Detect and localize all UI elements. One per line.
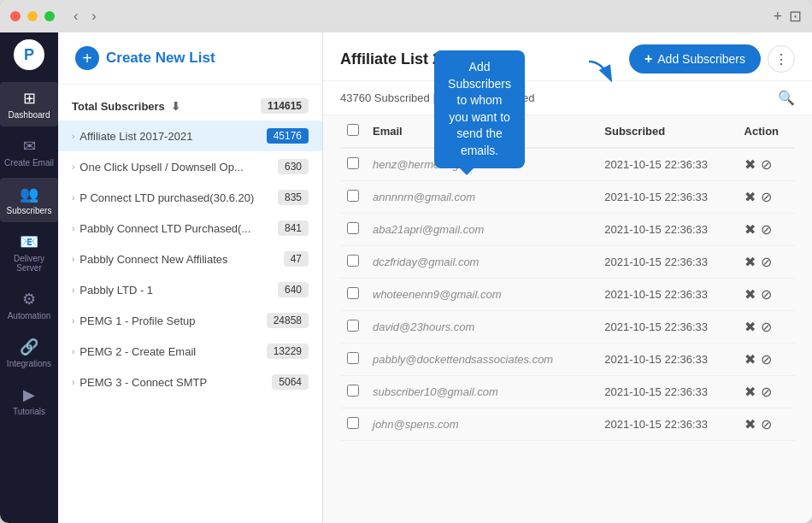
block-icon[interactable]: ⊘ xyxy=(761,384,772,400)
list-item-name: Pabbly Connect LTD Purchased(... xyxy=(79,222,250,235)
list-item[interactable]: › Pabbly LTD - 1 640 xyxy=(58,274,322,305)
list-item[interactable]: › Pabbly Connect LTD Purchased(... 841 xyxy=(58,213,322,244)
block-icon[interactable]: ⊘ xyxy=(761,416,772,432)
maximize-button[interactable] xyxy=(44,11,55,21)
list-item[interactable]: › P Connect LTD purchased(30.6.20) 835 xyxy=(58,182,322,213)
close-button[interactable] xyxy=(10,11,21,21)
stats-row: 43760 Subscribed | 1416 Unsubscribed 🔍 xyxy=(323,81,812,115)
email-cell: aba21apri@gmail.com xyxy=(366,214,597,246)
list-item[interactable]: › Affiliate List 2017-2021 45176 xyxy=(58,120,322,151)
delete-icon[interactable]: ✖ xyxy=(744,286,756,303)
list-item-left: › PEMG 3 - Connect SMTP xyxy=(72,376,207,389)
list-count-badge: 47 xyxy=(284,251,309,267)
sidebar-item-dashboard[interactable]: ⊞ Dashboard xyxy=(0,82,58,126)
list-item[interactable]: › PEMG 1 - Profile Setup 24858 xyxy=(58,305,322,336)
delete-icon[interactable]: ✖ xyxy=(744,416,756,432)
add-icon: + xyxy=(644,51,652,67)
automation-icon: ⚙ xyxy=(22,290,36,309)
delete-icon[interactable]: ✖ xyxy=(744,351,756,367)
row-checkbox[interactable] xyxy=(347,385,359,397)
sidebar: P ⊞ Dashboard ✉ Create Email 👥 Subscribe… xyxy=(0,32,58,523)
back-button[interactable]: ‹ xyxy=(68,7,83,26)
list-item[interactable]: › One Click Upsell / Downsell Op... 630 xyxy=(58,151,322,182)
row-checkbox[interactable] xyxy=(347,222,359,234)
list-count-badge: 5064 xyxy=(272,374,309,390)
chevron-icon: › xyxy=(72,316,74,326)
table-row: aba21apri@gmail.com 2021-10-15 22:36:33 … xyxy=(340,214,795,246)
email-cell: john@spens.com xyxy=(366,408,597,441)
row-checkbox[interactable] xyxy=(347,417,359,429)
block-icon[interactable]: ⊘ xyxy=(761,351,772,367)
action-icons: ✖ ⊘ xyxy=(744,189,788,205)
chevron-icon: › xyxy=(72,378,74,387)
table-row: whoteenenn9@gmail.com 2021-10-15 22:36:3… xyxy=(340,279,795,311)
sidebar-item-subscribers[interactable]: 👥 Subscribers xyxy=(0,178,58,222)
app-body: P ⊞ Dashboard ✉ Create Email 👥 Subscribe… xyxy=(0,32,812,523)
select-all-checkbox[interactable] xyxy=(347,124,359,136)
delete-icon[interactable]: ✖ xyxy=(744,254,756,270)
table-container[interactable]: Email Subscribed Action henz@hermeratger… xyxy=(323,115,812,523)
list-item-left: › PEMG 2 - Create Email xyxy=(72,345,196,358)
row-checkbox[interactable] xyxy=(347,352,359,364)
row-checkbox-cell xyxy=(340,408,366,441)
list-count-badge: 13229 xyxy=(267,344,309,359)
sidebar-item-create-email[interactable]: ✉ Create Email xyxy=(0,130,58,174)
action-cell: ✖ ⊘ xyxy=(738,311,795,344)
forward-button[interactable]: › xyxy=(86,7,101,26)
table-row: john@spens.com 2021-10-15 22:36:33 ✖ ⊘ xyxy=(340,408,795,441)
block-icon[interactable]: ⊘ xyxy=(761,319,772,335)
action-header: Action xyxy=(738,115,795,148)
block-icon[interactable]: ⊘ xyxy=(761,254,772,270)
list-count-badge: 841 xyxy=(278,220,309,236)
action-icons: ✖ ⊘ xyxy=(744,286,788,303)
row-checkbox[interactable] xyxy=(347,287,359,299)
list-item[interactable]: › PEMG 2 - Create Email 13229 xyxy=(58,336,322,367)
delete-icon[interactable]: ✖ xyxy=(744,384,756,400)
action-cell: ✖ ⊘ xyxy=(738,279,795,311)
row-checkbox[interactable] xyxy=(347,157,359,169)
action-icons: ✖ ⊘ xyxy=(744,221,788,238)
sidebar-item-label: Tutorials xyxy=(13,407,45,416)
app-window: ‹ › + ⊡ P ⊞ Dashboard ✉ Create Email xyxy=(0,0,812,523)
add-subscribers-button[interactable]: + Add Subscribers xyxy=(629,44,761,73)
subscribed-header: Subscribed xyxy=(597,115,737,148)
create-list-button[interactable]: + Create New List xyxy=(58,32,322,85)
row-checkbox-cell xyxy=(340,181,366,214)
minimize-button[interactable] xyxy=(27,11,38,21)
list-item-left: › One Click Upsell / Downsell Op... xyxy=(72,161,244,173)
row-checkbox[interactable] xyxy=(347,320,359,332)
sidebar-item-automation[interactable]: ⚙ Automation xyxy=(0,283,58,327)
more-options-button[interactable]: ⋮ xyxy=(768,45,795,73)
block-icon[interactable]: ⊘ xyxy=(761,221,772,238)
row-checkbox[interactable] xyxy=(347,255,359,267)
row-checkbox-cell xyxy=(340,376,366,408)
action-cell: ✖ ⊘ xyxy=(738,246,795,279)
block-icon[interactable]: ⊘ xyxy=(761,156,772,173)
block-icon[interactable]: ⊘ xyxy=(761,286,772,303)
subscribed-cell: 2021-10-15 22:36:33 xyxy=(597,311,737,344)
logo[interactable]: P xyxy=(14,39,44,72)
block-icon[interactable]: ⊘ xyxy=(761,189,772,205)
row-checkbox-cell xyxy=(340,148,366,181)
email-cell: subscriber10@gmail.com xyxy=(366,376,597,408)
download-icon[interactable]: ⬇ xyxy=(171,100,180,113)
list-item[interactable]: › Pabbly Connect New Affiliates 47 xyxy=(58,244,322,274)
delete-icon[interactable]: ✖ xyxy=(744,189,756,205)
new-tab-icon[interactable]: + xyxy=(773,8,782,26)
delete-icon[interactable]: ✖ xyxy=(744,319,756,335)
sidebar-item-delivery-server[interactable]: 📧 Delivery Server xyxy=(0,226,58,279)
subscribed-cell: 2021-10-15 22:36:33 xyxy=(597,408,737,441)
sidebar-item-integrations[interactable]: 🔗 Integrations xyxy=(0,331,58,375)
window-icon[interactable]: ⊡ xyxy=(789,7,802,26)
sidebar-item-tutorials[interactable]: ▶ Tutorials xyxy=(0,379,58,423)
subscribed-cell: 2021-10-15 22:36:33 xyxy=(597,376,737,408)
search-button[interactable]: 🔍 xyxy=(778,90,795,106)
delete-icon[interactable]: ✖ xyxy=(744,156,756,173)
delete-icon[interactable]: ✖ xyxy=(744,221,756,238)
list-item-left: › Pabbly Connect LTD Purchased(... xyxy=(72,222,250,235)
row-checkbox[interactable] xyxy=(347,190,359,202)
chevron-icon: › xyxy=(72,162,74,172)
list-item[interactable]: › PEMG 3 - Connect SMTP 5064 xyxy=(58,367,322,397)
action-icons: ✖ ⊘ xyxy=(744,384,788,400)
row-checkbox-cell xyxy=(340,311,366,344)
